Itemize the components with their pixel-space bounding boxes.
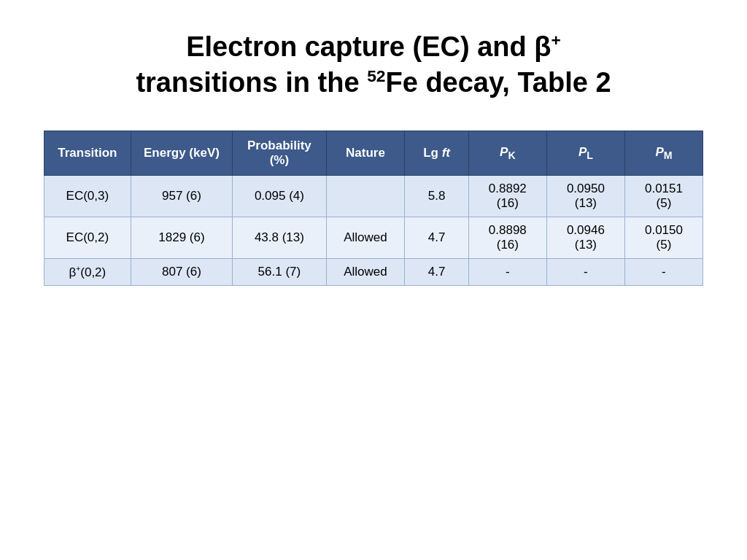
cell-nature: Allowed [326, 258, 405, 286]
table-header-row: Transition Energy (keV) Probability(%) N… [44, 131, 703, 175]
header-energy: Energy (keV) [131, 131, 232, 175]
header-pl: PL [546, 131, 624, 175]
table-row: EC(0,2) 1829 (6) 43.8 (13) Allowed 4.7 0… [44, 217, 703, 258]
table-row: β+(0,2) 807 (6) 56.1 (7) Allowed 4.7 - -… [44, 258, 703, 286]
header-nature: Nature [326, 131, 405, 175]
cell-transition: β+(0,2) [44, 258, 131, 286]
page-title: Electron capture (EC) and β+ transitions… [136, 29, 611, 101]
header-pm: PM [624, 131, 703, 175]
cell-pk: 0.8892(16) [468, 175, 546, 217]
cell-pl: - [546, 258, 624, 286]
title-section: Electron capture (EC) and β+ transitions… [136, 29, 611, 101]
cell-pk: - [468, 258, 546, 286]
cell-lgft: 5.8 [405, 175, 468, 217]
cell-probability: 0.095 (4) [233, 175, 326, 217]
cell-transition: EC(0,3) [44, 175, 131, 217]
cell-lgft: 4.7 [405, 258, 468, 286]
header-lgft: Lg ft [405, 131, 468, 175]
cell-pm: - [624, 258, 703, 286]
cell-energy: 957 (6) [131, 175, 232, 217]
table-row: EC(0,3) 957 (6) 0.095 (4) 5.8 0.8892(16)… [44, 175, 703, 217]
cell-energy: 807 (6) [131, 258, 232, 286]
cell-pl: 0.0950(13) [546, 175, 624, 217]
cell-nature [326, 175, 405, 217]
header-transition: Transition [44, 131, 131, 175]
table-container: Transition Energy (keV) Probability(%) N… [44, 131, 703, 287]
cell-pm: 0.0151(5) [624, 175, 703, 217]
data-table: Transition Energy (keV) Probability(%) N… [44, 131, 703, 287]
cell-probability: 43.8 (13) [233, 217, 326, 258]
cell-pk: 0.8898(16) [468, 217, 546, 258]
header-pk: PK [468, 131, 546, 175]
cell-lgft: 4.7 [405, 217, 468, 258]
cell-probability: 56.1 (7) [233, 258, 326, 286]
cell-nature: Allowed [326, 217, 405, 258]
cell-transition: EC(0,2) [44, 217, 131, 258]
header-probability: Probability(%) [233, 131, 326, 175]
cell-pl: 0.0946(13) [546, 217, 624, 258]
cell-energy: 1829 (6) [131, 217, 232, 258]
cell-pm: 0.0150(5) [624, 217, 703, 258]
